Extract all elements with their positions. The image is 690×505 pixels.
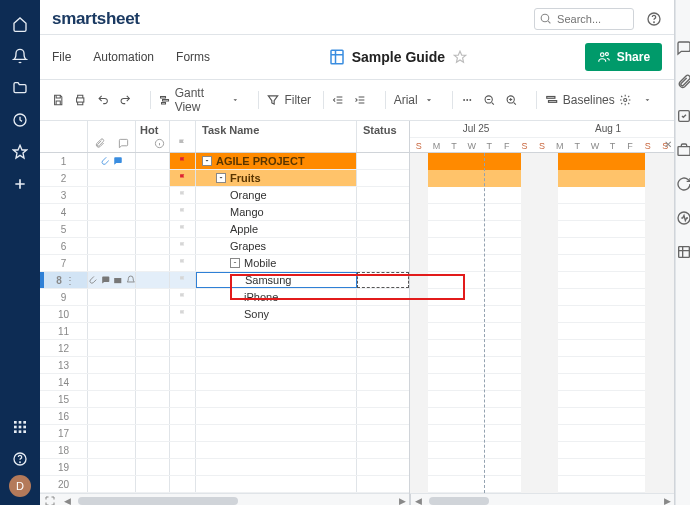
- fullscreen-icon[interactable]: [44, 495, 56, 506]
- gantt-hscroll[interactable]: ◀▶: [410, 493, 674, 505]
- table-row[interactable]: 16: [40, 408, 409, 425]
- table-row[interactable]: 9iPhone: [40, 289, 409, 306]
- col-header-task[interactable]: Task Name: [196, 121, 357, 152]
- share-people-icon: [597, 50, 611, 64]
- dock-activity-icon[interactable]: [676, 210, 690, 226]
- gantt-day: W: [586, 138, 604, 153]
- save-icon[interactable]: [52, 93, 64, 107]
- svg-rect-27: [547, 97, 555, 99]
- gantt-day: S: [516, 138, 534, 153]
- col-header-flag[interactable]: [170, 121, 196, 152]
- dock-attach-icon[interactable]: [676, 74, 690, 90]
- col-header-status[interactable]: Status: [357, 121, 409, 152]
- table-row[interactable]: 11: [40, 323, 409, 340]
- dock-summary-icon[interactable]: [676, 244, 690, 260]
- gantt-day: M: [551, 138, 569, 153]
- gantt-panel[interactable]: Jul 25 Aug 1 SMTWTFSSMTWTFSS ✕ ◀▶: [410, 121, 674, 505]
- share-button[interactable]: Share: [585, 43, 662, 71]
- zoom-in-icon[interactable]: [505, 93, 517, 107]
- svg-rect-3: [23, 421, 26, 424]
- dock-briefcase-icon[interactable]: [676, 142, 690, 158]
- svg-rect-21: [161, 103, 165, 105]
- left-rail: D: [0, 0, 40, 505]
- task-label: iPhone: [244, 291, 278, 303]
- rail-folder-icon[interactable]: [0, 72, 40, 104]
- table-row[interactable]: 19: [40, 459, 409, 476]
- table-row[interactable]: 14: [40, 374, 409, 391]
- svg-rect-1: [14, 421, 17, 424]
- table-row[interactable]: 4Mango: [40, 204, 409, 221]
- filter-button[interactable]: Filter: [266, 93, 315, 107]
- gantt-close-icon[interactable]: ✕: [664, 139, 672, 150]
- table-row[interactable]: 2-Fruits: [40, 170, 409, 187]
- baselines-button[interactable]: Baselines: [545, 93, 619, 107]
- task-label: Orange: [230, 189, 267, 201]
- dock-refresh-icon[interactable]: [676, 176, 690, 192]
- search-icon: [539, 12, 552, 25]
- menu-forms[interactable]: Forms: [176, 50, 210, 64]
- table-row[interactable]: 20: [40, 476, 409, 493]
- svg-point-14: [654, 22, 655, 23]
- attachment-col-icon: [94, 138, 105, 149]
- menu-file[interactable]: File: [52, 50, 71, 64]
- svg-point-24: [469, 99, 471, 101]
- indent-icon[interactable]: [354, 93, 366, 107]
- gantt-day: T: [568, 138, 586, 153]
- rail-apps-icon[interactable]: [0, 411, 40, 443]
- menubar: File Automation Forms Sample Guide Share: [40, 35, 674, 80]
- rail-home-icon[interactable]: [0, 8, 40, 40]
- svg-point-23: [466, 99, 468, 101]
- avatar[interactable]: D: [9, 475, 31, 497]
- favorite-star-icon[interactable]: [453, 50, 467, 64]
- gantt-week-2: Aug 1: [542, 121, 674, 137]
- gantt-day: F: [621, 138, 639, 153]
- svg-point-17: [605, 53, 608, 56]
- table-row[interactable]: 18: [40, 442, 409, 459]
- rail-star-icon[interactable]: [0, 136, 40, 168]
- table-row[interactable]: 12: [40, 340, 409, 357]
- menu-automation[interactable]: Automation: [93, 50, 154, 64]
- zoom-out-icon[interactable]: [483, 93, 495, 107]
- view-switcher[interactable]: Gantt View: [159, 86, 250, 114]
- print-icon[interactable]: [74, 93, 86, 107]
- redo-icon[interactable]: [119, 93, 131, 107]
- table-row[interactable]: 17: [40, 425, 409, 442]
- more-icon[interactable]: [461, 93, 473, 107]
- table-row[interactable]: 3Orange: [40, 187, 409, 204]
- col-header-hot[interactable]: Hot: [136, 121, 170, 152]
- undo-icon[interactable]: [97, 93, 109, 107]
- gantt-icon: [159, 93, 171, 107]
- dock-comments-icon[interactable]: [676, 40, 690, 56]
- table-row[interactable]: 6Grapes: [40, 238, 409, 255]
- search-box[interactable]: [534, 8, 634, 30]
- table-row[interactable]: 5Apple: [40, 221, 409, 238]
- gantt-day: T: [445, 138, 463, 153]
- svg-point-22: [463, 99, 465, 101]
- task-label: Fruits: [230, 172, 261, 184]
- svg-rect-4: [14, 426, 17, 429]
- table-row[interactable]: 15: [40, 391, 409, 408]
- table-row[interactable]: 8 ⋮Samsung: [40, 272, 409, 289]
- dock-proof-icon[interactable]: [676, 108, 690, 124]
- task-label: Samsung: [245, 274, 291, 286]
- rail-help-icon[interactable]: [0, 443, 40, 475]
- grid-hscroll[interactable]: ◀▶: [40, 493, 409, 505]
- rail-bell-icon[interactable]: [0, 40, 40, 72]
- table-row[interactable]: 7-Mobile: [40, 255, 409, 272]
- rail-add-icon[interactable]: [0, 168, 40, 200]
- font-selector[interactable]: Arial: [394, 93, 444, 107]
- table-row[interactable]: 10Sony: [40, 306, 409, 323]
- header-help-icon[interactable]: [646, 11, 662, 27]
- settings-gear-icon[interactable]: [619, 93, 631, 107]
- outdent-icon[interactable]: [332, 93, 344, 107]
- task-label: Mango: [230, 206, 264, 218]
- grid[interactable]: Hot Task Name Status 1-AGILE PROJECT2-Fr…: [40, 121, 410, 505]
- task-label: Grapes: [230, 240, 266, 252]
- task-label: AGILE PROJECT: [216, 155, 305, 167]
- svg-point-11: [20, 462, 21, 463]
- info-icon: [154, 138, 165, 149]
- rail-recent-icon[interactable]: [0, 104, 40, 136]
- baselines-icon: [545, 93, 559, 107]
- table-row[interactable]: 13: [40, 357, 409, 374]
- table-row[interactable]: 1-AGILE PROJECT: [40, 153, 409, 170]
